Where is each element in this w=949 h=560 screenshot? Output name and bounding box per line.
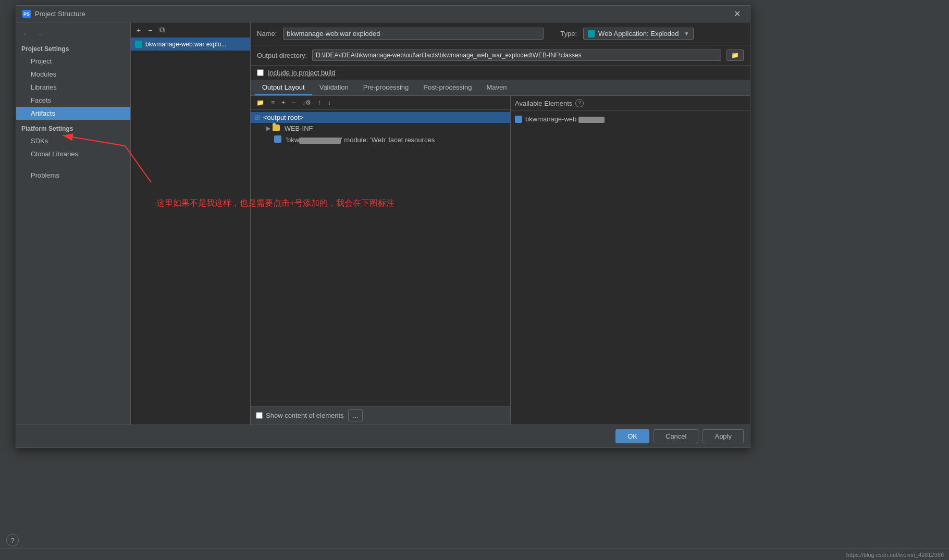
artifact-toolbar: + − ⧉ (131, 22, 250, 38)
tree-item-module[interactable]: 'bkw' module: 'Web' facet resources (251, 134, 510, 146)
type-select-text: Web Application: Exploded (598, 30, 679, 38)
sidebar: ← → Project Settings Project Modules Lib… (16, 22, 131, 425)
project-structure-dialog: PS Project Structure ✕ ← → Project Setti… (16, 5, 750, 448)
artifact-item-label: bkwmanage-web:war explo... (145, 41, 226, 48)
type-select-icon (588, 30, 595, 38)
available-elements-label: Available Elements (515, 99, 572, 107)
main-panel: Name: Type: Web Application: Exploded ▼ … (251, 22, 750, 425)
more-options-button[interactable]: ... (348, 409, 363, 421)
show-content-row: Show content of elements (256, 412, 344, 419)
remove-artifact-button[interactable]: − (145, 25, 155, 35)
sidebar-item-libraries[interactable]: Libraries (16, 81, 130, 94)
tabs-bar: Output Layout Validation Pre-processing … (251, 80, 750, 96)
output-sort-btn[interactable]: ↓⚙ (300, 98, 314, 107)
name-input[interactable] (283, 28, 544, 40)
add-artifact-button[interactable]: + (134, 25, 143, 35)
platform-settings-section: Platform Settings (16, 120, 130, 134)
type-select-arrow-icon: ▼ (684, 31, 689, 36)
available-list: bkwmanage-web (511, 111, 750, 425)
tab-post-processing[interactable]: Post-processing (416, 80, 479, 95)
output-layout-panel: 📁 ≡ + − ↓⚙ ↑ ↓ ⊞ <output root> (251, 96, 510, 425)
sidebar-item-problems[interactable]: Problems (16, 169, 130, 182)
output-tree: ⊞ <output root> ▶ WEB-INF (251, 110, 510, 406)
sidebar-item-global-libraries[interactable]: Global Libraries (16, 147, 130, 160)
output-root-icon: ⊞ (255, 114, 261, 121)
output-remove-btn[interactable]: − (289, 98, 298, 107)
output-down-btn[interactable]: ↓ (325, 98, 334, 107)
help-button[interactable]: ? (6, 534, 19, 546)
tab-pre-processing[interactable]: Pre-processing (356, 80, 416, 95)
dialog-title: PS Project Structure (22, 10, 85, 18)
apply-button[interactable]: Apply (702, 429, 744, 443)
include-in-build-checkbox[interactable] (257, 69, 264, 76)
available-item-label: bkwmanage-web (525, 115, 605, 123)
content-area: 📁 ≡ + − ↓⚙ ↑ ↓ ⊞ <output root> (251, 96, 750, 425)
available-item-0[interactable]: bkwmanage-web (511, 113, 750, 125)
output-dir-row: Output directory: 📁 (251, 45, 750, 66)
output-dir-label: Output directory: (257, 52, 307, 59)
output-add-btn[interactable]: + (279, 98, 288, 107)
sidebar-item-project[interactable]: Project (16, 55, 130, 68)
output-folder-btn[interactable]: 📁 (254, 98, 267, 107)
name-label: Name: (257, 30, 277, 38)
include-in-build-label[interactable]: Include in project build (268, 69, 335, 77)
dialog-title-icon: PS (22, 10, 31, 18)
sidebar-nav: ← → (16, 27, 130, 41)
ok-button[interactable]: OK (615, 429, 649, 443)
artifact-item-0[interactable]: bkwmanage-web:war explo... (131, 38, 250, 51)
dialog-body: ← → Project Settings Project Modules Lib… (16, 22, 750, 425)
close-button[interactable]: ✕ (731, 8, 744, 20)
available-elements-header: Available Elements ? (511, 96, 750, 111)
artifact-type-icon (135, 41, 142, 48)
tab-validation[interactable]: Validation (312, 80, 356, 95)
output-list-btn[interactable]: ≡ (268, 98, 277, 107)
artifact-list: bkwmanage-web:war explo... (131, 38, 250, 425)
help-icon[interactable]: ? (575, 99, 584, 107)
output-dir-input[interactable] (312, 49, 721, 61)
output-up-btn[interactable]: ↑ (315, 98, 324, 107)
expand-icon: ▶ (266, 125, 270, 132)
available-panel: Available Elements ? bkwmanage-web (510, 96, 750, 425)
artifact-panel: + − ⧉ bkwmanage-web:war explo... (131, 22, 251, 425)
status-bar: https://blog.csdn.net/weixin_42812986 (0, 549, 949, 560)
folder-icon (273, 125, 280, 132)
cancel-button[interactable]: Cancel (654, 429, 698, 443)
type-label: Type: (560, 30, 577, 38)
sidebar-item-modules[interactable]: Modules (16, 68, 130, 81)
tree-item-webinf[interactable]: ▶ WEB-INF (251, 123, 510, 134)
type-select[interactable]: Web Application: Exploded ▼ (583, 28, 694, 40)
sidebar-item-facets[interactable]: Facets (16, 94, 130, 107)
name-type-row: Name: Type: Web Application: Exploded ▼ (251, 22, 750, 45)
show-content-label[interactable]: Show content of elements (266, 412, 344, 419)
tree-item-output-root-label: <output root> (263, 114, 303, 121)
back-button[interactable]: ← (20, 29, 32, 39)
bottom-bar: Show content of elements ... (251, 406, 510, 425)
tab-maven[interactable]: Maven (479, 80, 514, 95)
sidebar-item-sdks[interactable]: SDKs (16, 134, 130, 147)
dialog-footer: OK Cancel Apply (16, 425, 750, 447)
available-item-icon (515, 116, 522, 123)
copy-artifact-button[interactable]: ⧉ (157, 24, 167, 35)
tree-item-webinf-label: WEB-INF (285, 125, 313, 132)
forward-button[interactable]: → (34, 29, 45, 39)
status-url: https://blog.csdn.net/weixin_42812986 (846, 552, 944, 558)
tree-item-output-root[interactable]: ⊞ <output root> (251, 112, 510, 123)
project-settings-section: Project Settings (16, 41, 130, 55)
tree-item-module-label: 'bkw' module: 'Web' facet resources (286, 136, 435, 144)
include-build-row: Include in project build (251, 66, 750, 80)
dialog-titlebar: PS Project Structure ✕ (16, 6, 750, 22)
dialog-title-text: Project Structure (35, 10, 85, 18)
module-icon (274, 135, 281, 144)
show-content-checkbox[interactable] (256, 412, 263, 419)
tab-output-layout[interactable]: Output Layout (255, 80, 312, 95)
output-toolbar: 📁 ≡ + − ↓⚙ ↑ ↓ (251, 96, 510, 110)
sidebar-item-artifacts[interactable]: Artifacts (16, 107, 130, 120)
browse-button[interactable]: 📁 (726, 49, 744, 61)
